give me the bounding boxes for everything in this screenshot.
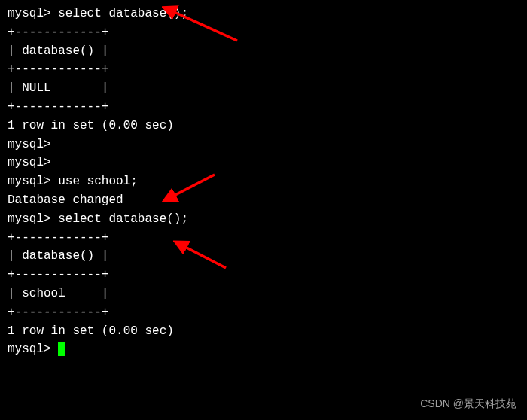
cursor-icon [58,342,65,356]
output-line: | NULL | [8,79,519,98]
prompt-text: mysql> [8,342,58,356]
output-line: | database() | [8,247,519,266]
output-line: | school | [8,285,519,303]
output-line: 1 row in set (0.00 sec) [8,322,519,341]
output-line: 1 row in set (0.00 sec) [8,117,519,135]
output-line: mysql> select database(); [8,210,519,229]
output-line: +------------+ [8,229,519,248]
output-line: +------------+ [8,23,519,42]
output-line: mysql> use school; [8,172,519,191]
output-line: mysql> [8,135,519,154]
output-line: | database() | [8,42,519,61]
output-line: +------------+ [8,60,519,79]
output-line: mysql> select database(); [8,5,519,23]
terminal-output: mysql> select database(); +------------+… [8,5,519,359]
watermark-text: CSDN @景天科技苑 [420,396,516,412]
command-prompt[interactable]: mysql> [8,340,519,359]
output-line: +------------+ [8,266,519,285]
output-line: Database changed [8,191,519,210]
output-line: +------------+ [8,303,519,322]
output-line: +------------+ [8,98,519,117]
output-line: mysql> [8,154,519,172]
